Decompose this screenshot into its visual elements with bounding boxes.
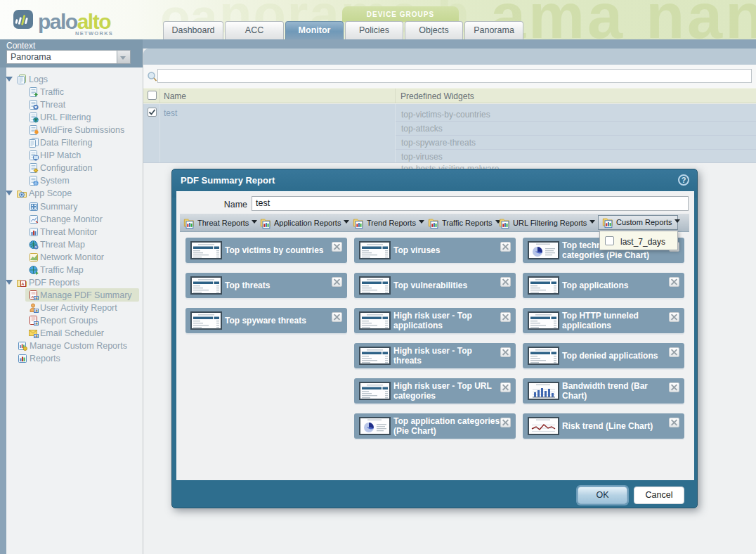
- svg-text:A: A: [21, 282, 25, 286]
- svg-text:NETWORKS: NETWORKS: [75, 30, 113, 37]
